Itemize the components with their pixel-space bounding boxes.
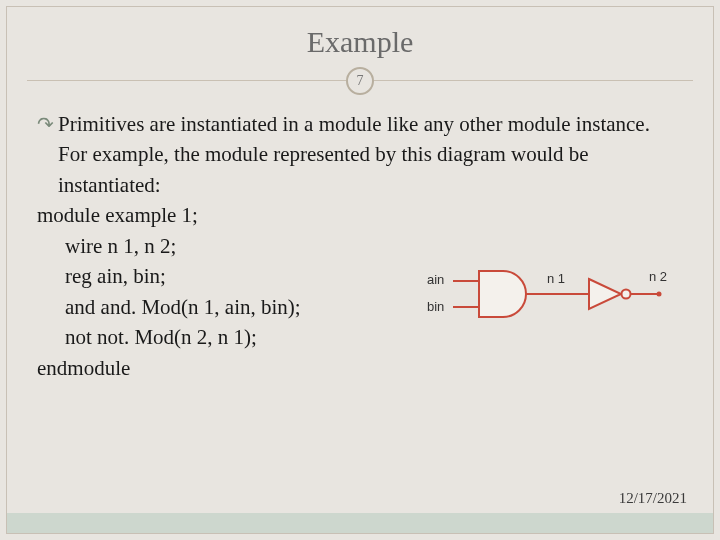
code-line: endmodule bbox=[37, 353, 683, 383]
title-divider: 7 bbox=[7, 63, 713, 103]
footer-bar bbox=[7, 513, 713, 533]
bullet-icon: ↷ bbox=[37, 109, 54, 139]
label-n2: n 2 bbox=[649, 268, 667, 287]
svg-point-5 bbox=[657, 292, 662, 297]
logic-diagram: ain bin n 1 n 2 bbox=[427, 265, 687, 335]
label-ain: ain bbox=[427, 271, 444, 290]
code-line: wire n 1, n 2; bbox=[37, 231, 683, 261]
label-n1: n 1 bbox=[547, 270, 565, 289]
page-title: Example bbox=[7, 25, 713, 59]
bullet-text: Primitives are instantiated in a module … bbox=[58, 109, 683, 200]
slide-frame: Example 7 ↷ Primitives are instantiated … bbox=[6, 6, 714, 534]
svg-point-3 bbox=[622, 290, 631, 299]
page-number: 7 bbox=[357, 73, 364, 89]
label-bin: bin bbox=[427, 298, 444, 317]
content-area: ↷ Primitives are instantiated in a modul… bbox=[7, 103, 713, 383]
page-number-badge: 7 bbox=[346, 67, 374, 95]
bullet-item: ↷ Primitives are instantiated in a modul… bbox=[37, 109, 683, 200]
footer-date: 12/17/2021 bbox=[619, 490, 687, 507]
code-line: module example 1; bbox=[37, 200, 683, 230]
